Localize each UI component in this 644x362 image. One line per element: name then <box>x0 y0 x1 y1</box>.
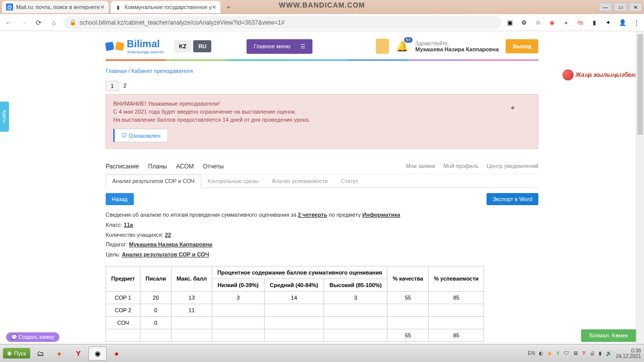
tab-acom[interactable]: АСОМ <box>176 163 194 170</box>
tray-icon[interactable]: 🖥 <box>573 350 578 356</box>
url-input[interactable]: 🔒 school.bilimal.kz/cabinet_teacher/anal… <box>63 16 501 29</box>
tab-schedule[interactable]: Расписание <box>106 163 139 170</box>
th-subject: Предмет <box>106 266 140 291</box>
maximize-button[interactable]: ▭ <box>614 3 627 12</box>
mail-favicon: @ <box>6 4 13 11</box>
export-word-button[interactable]: Экспорт в Word <box>487 193 538 205</box>
tray-icon[interactable]: ⬆ <box>556 350 560 356</box>
subject-link[interactable]: Информатика <box>362 212 400 218</box>
star-icon[interactable]: ☆ <box>533 18 542 27</box>
page-1[interactable]: 1 <box>106 81 119 91</box>
minimize-button[interactable]: — <box>599 3 612 12</box>
settings-icon[interactable]: ⚙ <box>519 18 528 27</box>
subtab-progress[interactable]: Анализ успеваемости <box>265 174 334 188</box>
analysis-table: Предмет Писали Макс. балл Процентное сод… <box>106 266 484 342</box>
breadcrumb-home[interactable]: Главная <box>106 68 127 74</box>
adblock-icon[interactable]: ◉ <box>547 18 556 27</box>
browser-titlebar: @ Mail.ru: почта, поиск в интернете ✕ ▮ … <box>0 0 644 14</box>
acknowledge-button[interactable]: ☑ Ознакомлен <box>113 129 168 142</box>
ext-green-icon[interactable]: ● <box>561 18 571 27</box>
help-button[interactable]: Білімал. Көмек <box>581 329 636 342</box>
tab-title: Коммунальное государственное у <box>125 4 212 10</box>
close-icon[interactable]: ✕ <box>212 4 216 11</box>
profile-icon[interactable]: 👤 <box>618 18 627 27</box>
tray-icon[interactable]: 🖨 <box>590 350 595 356</box>
side-courses-tab[interactable]: Курсы <box>0 102 9 132</box>
new-tab-button[interactable]: ＋ <box>222 1 234 13</box>
teacher-value: Мукашева Назира Каппаровна <box>129 241 212 247</box>
close-icon[interactable]: ✕ <box>100 4 105 11</box>
goal-value: Анализ результатов СОР и СОЧ <box>122 251 209 257</box>
table-row: СОЧ0 <box>106 316 484 329</box>
breadcrumb: Главная / Кабинет преподавателя <box>106 61 538 81</box>
firefox-icon[interactable]: ● <box>50 346 68 360</box>
th-max: Макс. балл <box>172 266 212 291</box>
quarter-link[interactable]: 2 четверть <box>298 212 327 218</box>
page-viewport: Курсы Жаңа жылыңызбен! Bilimal Электронд… <box>0 31 644 344</box>
logo-icon <box>106 39 124 53</box>
lang-kz-button[interactable]: KZ <box>174 40 192 52</box>
chrome-icon[interactable]: ◉ <box>89 346 107 360</box>
browser-addressbar: ← → ⟳ ⌂ 🔒 school.bilimal.kz/cabinet_teac… <box>0 14 644 31</box>
bandicam-icon[interactable]: ● <box>108 346 126 360</box>
breadcrumb-current[interactable]: Кабинет преподавателя <box>131 68 193 74</box>
close-button[interactable]: ✕ <box>629 3 642 12</box>
th-low: Низкий (0-39%) <box>212 279 264 291</box>
link-profile[interactable]: Мой профиль <box>443 163 478 170</box>
ornament-icon <box>562 69 574 80</box>
vertical-scrollbar[interactable] <box>636 31 644 344</box>
info-block: Сведения об анализе по итогам проведения… <box>106 210 538 260</box>
browser-tab-bilimal[interactable]: ▮ Коммунальное государственное у ✕ <box>111 1 220 13</box>
notifications-button[interactable]: 🔔 57 <box>396 40 409 52</box>
tray-icon[interactable]: 🔊 <box>606 350 612 356</box>
forward-icon[interactable]: → <box>18 17 29 28</box>
tray-lang[interactable]: EN <box>528 350 535 356</box>
logout-button[interactable]: Выход <box>506 39 538 53</box>
scroll-thumb[interactable] <box>637 34 643 135</box>
tab-plans[interactable]: Планы <box>148 163 167 170</box>
lang-ru-button[interactable]: RU <box>193 40 211 52</box>
tray-icon[interactable]: 🛡 <box>564 350 569 356</box>
logo-subtitle: Электронды мектеп <box>127 50 164 54</box>
ext-dark-icon[interactable]: ▮ <box>590 18 599 27</box>
logo[interactable]: Bilimal Электронды мектеп <box>106 38 164 54</box>
subtab-control[interactable]: Контрольные срезы <box>201 174 265 188</box>
main-menu-button[interactable]: Главное меню ☰ <box>247 39 312 54</box>
extensions-icon[interactable]: ✦ <box>604 18 613 27</box>
count-value: 22 <box>165 232 171 238</box>
pager: 1 2 <box>106 81 538 91</box>
page-2[interactable]: 2 <box>119 81 131 91</box>
tray-icon[interactable]: ◉ <box>547 350 552 356</box>
tab-reports[interactable]: Отчеты <box>203 163 223 170</box>
link-notif-center[interactable]: Центр уведомлений <box>487 163 538 170</box>
class-value: 11а <box>124 222 133 228</box>
tray-icon[interactable]: ▮ <box>599 350 602 356</box>
menu-icon[interactable]: ⋮ <box>632 18 641 27</box>
notif-badge: 57 <box>404 37 413 43</box>
subtab-status[interactable]: Статус <box>334 174 365 188</box>
explorer-icon[interactable]: 🗂 <box>31 346 49 360</box>
windows-taskbar: ◉ Пуск 🗂 ● Y ◉ ● EN ◐ ◉ ⬆ 🛡 🖥 Y 🖨 ▮ 🔊 0:… <box>0 344 644 362</box>
qr-icon[interactable]: ▣ <box>505 18 514 27</box>
ext-red-icon[interactable]: 🛍 <box>576 18 585 27</box>
yandex-icon[interactable]: Y <box>69 346 88 360</box>
link-requests[interactable]: Мои заявки <box>406 163 436 170</box>
reload-icon[interactable]: ⟳ <box>33 17 44 28</box>
clock[interactable]: 0:38 24.12.2021 <box>616 348 641 359</box>
new-year-banner: Жаңа жылыңызбен! <box>562 69 637 80</box>
burger-icon: ☰ <box>300 43 305 50</box>
tray-icon[interactable]: ◐ <box>539 350 543 356</box>
home-icon[interactable]: ⌂ <box>48 17 59 28</box>
subtab-analysis[interactable]: Анализ результатов СОР и СОЧ <box>106 174 201 188</box>
browser-tab-mail[interactable]: @ Mail.ru: почта, поиск в интернете ✕ <box>2 1 109 13</box>
document-icon[interactable] <box>376 39 389 54</box>
start-button[interactable]: ◉ Пуск <box>3 348 30 358</box>
back-icon[interactable]: ← <box>3 17 14 28</box>
tray-icon[interactable]: Y <box>582 350 586 356</box>
url-text: school.bilimal.kz/cabinet_teacher/analyz… <box>79 19 284 26</box>
alert-line3: На выставление баллов предоставляется 14… <box>113 117 531 123</box>
th-high: Высокий (85-100%) <box>324 279 387 291</box>
greeting-text: Здравствуйте, <box>416 41 499 46</box>
back-button[interactable]: Назад <box>106 193 134 205</box>
create-request-button[interactable]: 💬 Создать заявку <box>6 332 59 342</box>
